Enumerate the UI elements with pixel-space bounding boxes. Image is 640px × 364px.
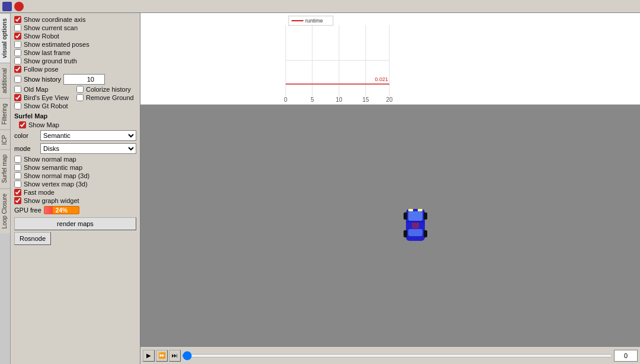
checkbox-follow-pose: Follow pose xyxy=(14,65,136,73)
label-show-map: Show Map xyxy=(28,121,59,128)
history-spinbox[interactable] xyxy=(63,74,105,85)
tab-filtering[interactable]: Filtering xyxy=(0,98,10,130)
checkbox-coordinate-axis-input[interactable] xyxy=(14,16,21,23)
svg-text:10: 10 xyxy=(335,96,343,103)
car-container xyxy=(404,204,427,247)
close-icon[interactable] xyxy=(14,2,24,11)
checkbox-show-map: Show Map xyxy=(14,121,136,129)
mode-select[interactable]: Disks Points Normals xyxy=(40,143,136,154)
svg-text:0: 0 xyxy=(284,96,287,103)
label-birds-eye-view: Bird's Eye View xyxy=(24,94,69,101)
label-graph-widget: Show graph widget xyxy=(24,197,79,204)
checkbox-show-gt-robot: Show Gt Robot xyxy=(14,102,136,110)
gpu-free-row: GPU free 24% xyxy=(14,205,136,215)
label-last-frame: Show last frame xyxy=(24,49,71,56)
mode-label: mode xyxy=(14,145,38,152)
viewport-area xyxy=(140,105,640,346)
label-coordinate-axis: Show coordinate axis xyxy=(24,16,86,23)
bottom-bar: ▶ ⏩ ⏭ 0 xyxy=(140,346,640,364)
two-col-row2: Bird's Eye View Remove Ground xyxy=(14,94,136,102)
checkbox-graph-widget-input[interactable] xyxy=(14,197,21,204)
label-remove-ground: Remove Ground xyxy=(86,94,134,101)
svg-rect-21 xyxy=(424,212,427,220)
checkbox-show-coordinate-axis: Show coordinate axis xyxy=(14,15,136,24)
fast-forward-button[interactable]: ⏭ xyxy=(169,350,181,362)
checkbox-show-robot: Show Robot xyxy=(14,32,136,40)
checkbox-show-history-input[interactable] xyxy=(14,76,21,83)
tab-loop-closure[interactable]: Loop Closure xyxy=(0,188,10,233)
svg-rect-20 xyxy=(404,212,407,220)
checkbox-show-normal-map: Show normal map xyxy=(14,155,136,163)
svg-rect-18 xyxy=(408,211,423,221)
step-forward-button[interactable]: ⏩ xyxy=(156,350,168,362)
label-ground-truth: Show ground truth xyxy=(24,57,77,65)
title-bar xyxy=(0,0,640,13)
label-follow-pose: Follow pose xyxy=(24,66,59,73)
label-show-history: Show history xyxy=(24,76,61,83)
checkbox-estimated-poses-input[interactable] xyxy=(14,41,21,48)
label-fast-mode: Fast mode xyxy=(24,189,55,196)
checkbox-colorize-history: Colorize history xyxy=(76,85,136,94)
show-history-row: Show history xyxy=(14,73,136,85)
checkbox-old-map: Old Map xyxy=(14,85,74,94)
svg-text:0.021: 0.021 xyxy=(375,76,388,82)
label-gt-robot: Show Gt Robot xyxy=(24,102,68,109)
tab-visual-options[interactable]: visual options xyxy=(0,13,10,63)
fast-forward-icon: ⏭ xyxy=(172,352,178,359)
checkbox-normal-map-input[interactable] xyxy=(14,156,21,163)
label-estimated-poses: Show estimated poses xyxy=(24,41,89,48)
checkbox-colorize-history-input[interactable] xyxy=(76,86,84,93)
checkbox-show-semantic-map: Show semantic map xyxy=(14,163,136,172)
tab-icp[interactable]: ICP xyxy=(0,130,10,150)
checkbox-fast-mode: Fast mode xyxy=(14,188,136,197)
checkbox-vertex-map-3d-input[interactable] xyxy=(14,181,21,188)
svg-text:15: 15 xyxy=(362,96,369,103)
label-current-scan: Show current scan xyxy=(24,24,78,31)
render-maps-button[interactable]: render maps xyxy=(14,217,136,230)
car-svg xyxy=(404,204,427,246)
checkbox-show-vertex-map-3d: Show vertex map (3d) xyxy=(14,180,136,188)
color-select-row: color Semantic Normal RGB Intensity xyxy=(14,129,136,142)
checkbox-robot-input[interactable] xyxy=(14,33,21,40)
checkbox-birds-eye-view-input[interactable] xyxy=(14,94,21,101)
sidebar-content: Show coordinate axis Show current scan S… xyxy=(11,13,140,364)
svg-rect-25 xyxy=(418,209,423,211)
checkbox-show-normal-map-3d: Show normal map (3d) xyxy=(14,172,136,180)
checkbox-semantic-map-input[interactable] xyxy=(14,164,21,171)
label-old-map: Old Map xyxy=(24,86,49,93)
svg-text:5: 5 xyxy=(311,96,314,103)
checkbox-old-map-input[interactable] xyxy=(14,86,21,93)
svg-rect-0 xyxy=(140,13,640,104)
rosnode-button[interactable]: Rosnode xyxy=(14,232,51,245)
checkbox-last-frame-input[interactable] xyxy=(14,49,21,56)
checkbox-current-scan-input[interactable] xyxy=(14,24,21,31)
color-select[interactable]: Semantic Normal RGB Intensity xyxy=(40,130,136,141)
checkbox-remove-ground-input[interactable] xyxy=(76,94,84,101)
checkbox-show-map-input[interactable] xyxy=(19,121,26,128)
checkbox-fast-mode-input[interactable] xyxy=(14,189,21,196)
svg-rect-19 xyxy=(408,229,423,236)
gpu-progress-bar: 24% xyxy=(44,206,79,214)
sidebar: visual options additional Filtering ICP … xyxy=(0,13,140,364)
checkbox-show-ground-truth: Show ground truth xyxy=(14,57,136,65)
label-robot: Show Robot xyxy=(24,33,59,40)
tab-bar: visual options additional Filtering ICP … xyxy=(0,13,11,364)
chart-area: 0 5 10 15 20 0.021 runtime xyxy=(140,13,640,105)
svg-rect-23 xyxy=(424,230,427,237)
chart-svg: 0 5 10 15 20 0.021 runtime xyxy=(140,13,640,104)
checkbox-gt-robot-input[interactable] xyxy=(14,102,21,109)
tab-surfel-map[interactable]: Surfel map xyxy=(0,149,10,188)
tab-additional[interactable]: additional xyxy=(0,63,10,98)
step-forward-icon: ⏩ xyxy=(158,352,165,359)
main-container: visual options additional Filtering ICP … xyxy=(0,13,640,364)
timeline-slider[interactable] xyxy=(182,354,613,357)
checkbox-follow-pose-input[interactable] xyxy=(14,66,21,73)
main-view: 0 5 10 15 20 0.021 runtime xyxy=(140,13,640,364)
svg-rect-27 xyxy=(412,223,419,228)
checkbox-ground-truth-input[interactable] xyxy=(14,57,21,65)
label-semantic-map: Show semantic map xyxy=(24,164,82,171)
play-button[interactable]: ▶ xyxy=(143,350,155,362)
frame-counter: 0 xyxy=(614,350,638,362)
svg-rect-24 xyxy=(408,209,413,211)
checkbox-normal-map-3d-input[interactable] xyxy=(14,172,21,179)
